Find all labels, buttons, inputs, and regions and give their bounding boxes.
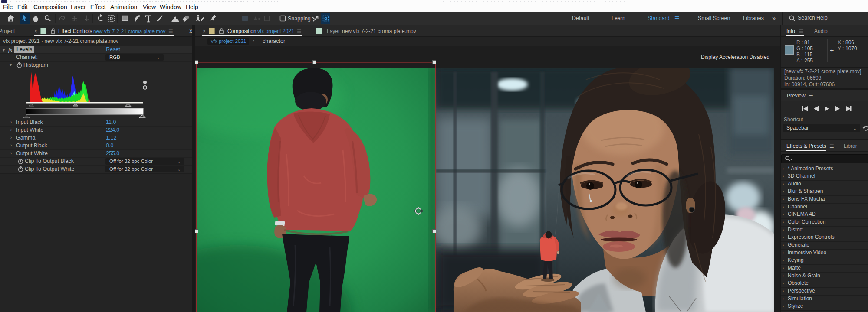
svg-text:Snapping: Snapping <box>288 16 311 22</box>
